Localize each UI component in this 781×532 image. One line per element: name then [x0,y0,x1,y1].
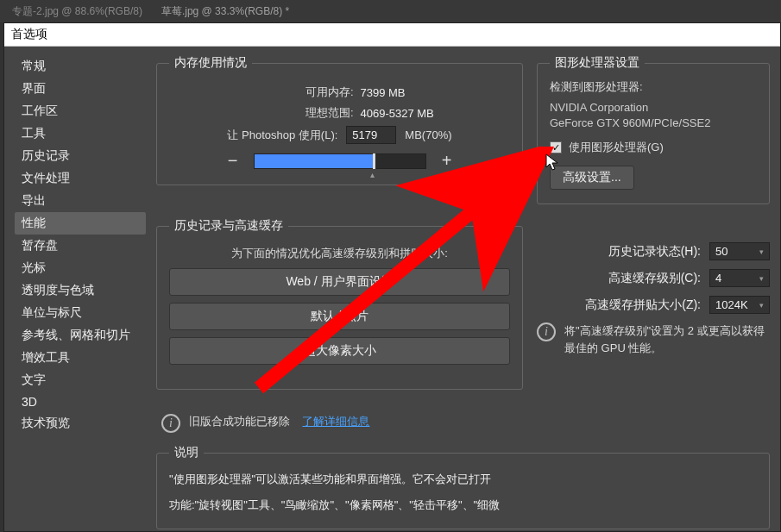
ideal-range-label: 理想范围: [198,105,354,121]
sidebar-item-9[interactable]: 光标 [15,257,146,279]
sidebar-item-15[interactable]: 3D [15,391,146,412]
desc-line-2: 功能:"旋转视图"工具、"鸟瞰缩放"、"像素网格"、"轻击平移"、"细微 [169,495,757,515]
sidebar-item-2[interactable]: 工作区 [15,100,146,122]
doc-tab-2[interactable]: 草莓.jpg @ 33.3%(RGB/8) * [153,1,298,22]
gpu-detected-label: 检测到图形处理器: [550,79,757,95]
available-mem-label: 可用内存: [198,84,354,100]
preset-default-button[interactable]: 默认 / 照片 [169,303,510,330]
legacy-removed-text: 旧版合成功能已移除 [189,415,290,428]
chevron-down-icon: ▾ [759,301,764,310]
memory-group: 内存使用情况 可用内存: 7399 MB 理想范围: 4069-5327 MB … [156,55,523,185]
preset-web-button[interactable]: Web / 用户界面设计 [169,268,510,296]
optimize-label: 为下面的情况优化高速缓存级别和拼贴大小: [169,246,510,261]
sidebar-item-16[interactable]: 技术预览 [15,412,146,435]
memory-legend: 内存使用情况 [169,55,252,71]
chevron-down-icon: ▾ [759,247,764,256]
sidebar-item-13[interactable]: 增效工具 [15,347,146,369]
memory-slider[interactable]: ▴ [254,153,426,169]
slider-plus[interactable]: + [438,151,456,171]
history-states-select[interactable]: 50▾ [709,242,770,260]
advanced-settings-button[interactable]: 高级设置... [550,166,634,190]
let-ps-use-label: 让 Photoshop 使用(L): [227,128,337,143]
chevron-down-icon: ▾ [759,274,764,283]
use-gpu-label: 使用图形处理器(G) [569,140,664,155]
doc-tab-1[interactable]: 专题-2.jpg @ 88.6%(RGB/8) [3,1,151,22]
category-sidebar: 常规界面工作区工具历史记录文件处理导出性能暂存盘光标透明度与色域单位与标尺参考线… [4,55,149,531]
sidebar-item-11[interactable]: 单位与标尺 [15,302,146,324]
use-gpu-checkbox[interactable]: ✓ 使用图形处理器(G) [550,140,664,155]
history-legend: 历史记录与高速缓存 [169,218,288,234]
checkbox-icon: ✓ [550,141,562,153]
memory-input[interactable] [346,126,396,144]
history-cache-group: 历史记录与高速缓存 为下面的情况优化高速缓存级别和拼贴大小: Web / 用户界… [156,218,523,390]
dialog-title: 首选项 [4,23,780,47]
sidebar-item-14[interactable]: 文字 [15,369,146,391]
sidebar-item-6[interactable]: 导出 [15,190,146,212]
sidebar-item-1[interactable]: 界面 [15,78,146,100]
cache-level-select[interactable]: 4▾ [709,269,770,287]
ideal-range-value: 4069-5327 MB [361,107,482,120]
cache-tip: 将"高速缓存级别"设置为 2 或更高以获得最佳的 GPU 性能。 [564,322,770,356]
info-icon: i [161,414,180,433]
cache-tile-label: 高速缓存拼贴大小(Z): [585,297,701,313]
slider-minus[interactable]: − [224,151,242,171]
cache-level-label: 高速缓存级别(C): [608,271,701,286]
gpu-model: GeForce GTX 960M/PCIe/SSE2 [550,116,757,131]
history-states-label: 历史记录状态(H): [608,244,701,260]
info-icon: i [537,322,556,341]
description-group: 说明 "使用图形处理器"可以激活某些功能和界面增强。它不会对已打开 功能:"旋转… [156,445,770,529]
memory-unit: MB(70%) [405,128,451,141]
available-mem-value: 7399 MB [361,86,482,99]
sidebar-item-3[interactable]: 工具 [15,122,146,145]
sidebar-item-5[interactable]: 文件处理 [15,167,146,190]
document-tabs: 专题-2.jpg @ 88.6%(RGB/8) 草莓.jpg @ 33.3%(R… [0,0,781,22]
preset-huge-button[interactable]: 超大像素大小 [169,337,510,365]
desc-line-1: "使用图形处理器"可以激活某些功能和界面增强。它不会对已打开 [169,469,757,489]
gpu-legend: 图形处理器设置 [550,55,645,71]
sidebar-item-4[interactable]: 历史记录 [15,145,146,167]
description-legend: 说明 [169,445,204,460]
learn-more-link[interactable]: 了解详细信息 [302,415,369,428]
sidebar-item-10[interactable]: 透明度与色域 [15,279,146,302]
sidebar-item-12[interactable]: 参考线、网格和切片 [15,324,146,347]
sidebar-item-7[interactable]: 性能 [15,212,146,235]
cache-tile-select[interactable]: 1024K▾ [709,296,770,314]
sidebar-item-0[interactable]: 常规 [15,55,146,78]
gpu-group: 图形处理器设置 检测到图形处理器: NVIDIA Corporation GeF… [537,55,770,204]
sidebar-item-8[interactable]: 暂存盘 [15,235,146,257]
gpu-vendor: NVIDIA Corporation [550,100,757,116]
preferences-dialog: 首选项 常规界面工作区工具历史记录文件处理导出性能暂存盘光标透明度与色域单位与标… [3,22,781,532]
